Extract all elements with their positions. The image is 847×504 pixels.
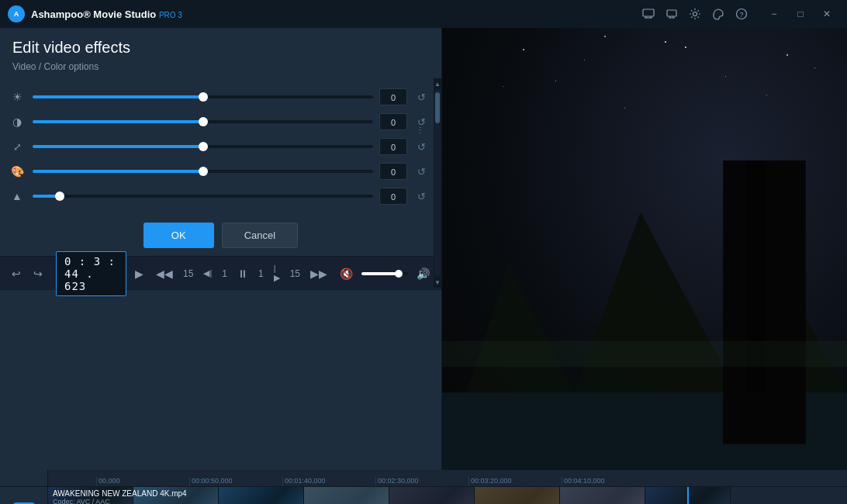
thumb-1 [48, 487, 133, 504]
ruler-mark-5: 00:04:10,000 [562, 477, 655, 486]
dialog-buttons: OK Cancel [0, 215, 441, 256]
thumb-7 [560, 487, 645, 504]
monitor-icon[interactable] [642, 8, 655, 20]
scroll-track[interactable] [434, 89, 441, 277]
thumb-4 [304, 487, 389, 504]
step-count-1: 15 [182, 268, 195, 279]
timecode-display[interactable]: 0 : 3 : 44 . 623 [56, 251, 126, 296]
black-track[interactable] [33, 195, 373, 198]
brightness-reset[interactable]: ↺ [413, 89, 429, 105]
video-preview-panel [442, 28, 847, 470]
saturation-value[interactable]: 0 [379, 163, 407, 180]
app-title: Ashampoo® Movie Studio PRO 3 [31, 9, 642, 20]
black-value[interactable]: 0 [379, 188, 407, 205]
step-back-button[interactable]: ◀| [199, 265, 216, 281]
panel-title: Edit video effects [12, 39, 429, 57]
volume-icon[interactable]: 🔇 [336, 264, 357, 283]
thumb-5 [389, 487, 475, 504]
frame-count-2: 1 [257, 268, 265, 279]
panel-header: Edit video effects Video / Color options [0, 28, 441, 78]
video-track-label[interactable] [0, 487, 47, 504]
more-options-dots[interactable]: ⋮ [416, 125, 424, 136]
volume-max-icon[interactable]: 🔊 [413, 264, 434, 283]
contrast-track[interactable] [33, 120, 373, 123]
play-button[interactable]: ▶ [131, 264, 147, 283]
scroll-up-button[interactable]: ▲ [434, 78, 441, 89]
window-controls: ? − □ ✕ [642, 3, 839, 25]
contrast-slider-row: ◑ 0 ↺ [8, 109, 429, 134]
svg-rect-13 [442, 341, 847, 367]
ok-button[interactable]: OK [143, 223, 214, 248]
sharpness-icon: ⤢ [8, 141, 26, 153]
sliders-area: ☀ 0 ↺ ◑ 0 ↺ ⤢ [0, 78, 441, 215]
svg-text:?: ? [739, 11, 743, 19]
brightness-icon: ☀ [8, 91, 26, 103]
black-reset[interactable]: ↺ [413, 188, 429, 204]
brightness-value[interactable]: 0 [379, 88, 407, 105]
video-preview [442, 28, 847, 470]
timeline-ruler: 00,000 00:00:50,000 00:01:40,000 00:02:3… [0, 470, 847, 487]
brightness-track[interactable] [33, 95, 373, 98]
black-slider-row: ▲ 0 ↺ [8, 184, 429, 209]
sharpness-reset[interactable]: ↺ [413, 139, 429, 154]
track-content: AWAKENING NEW ZEALAND 4K.mp4 Codec: AVC … [48, 487, 847, 504]
thumb-2 [133, 487, 219, 504]
undo-button[interactable]: ↩ [8, 264, 25, 283]
ruler-mark-2: 00:01:40,000 [282, 477, 375, 486]
gear-icon[interactable] [689, 8, 701, 20]
black-icon: ▲ [8, 190, 26, 202]
playhead[interactable] [687, 487, 689, 504]
volume-slider[interactable] [361, 272, 408, 275]
mountain-silhouette [442, 161, 847, 470]
track-labels: fx [0, 487, 48, 504]
frame-count-1: 1 [220, 268, 229, 279]
fast-fwd-button[interactable]: ▶▶ [306, 264, 331, 283]
thumb-3 [219, 487, 304, 504]
step-count-2: 15 [289, 268, 302, 279]
saturation-track[interactable] [33, 170, 373, 173]
sharpness-slider-row: ⤢ 0 ↺ [8, 134, 429, 159]
svg-rect-0 [643, 9, 654, 16]
svg-rect-4 [667, 10, 676, 16]
ruler-mark-3: 00:02:30,000 [375, 477, 468, 486]
pause-button[interactable]: ⏸ [233, 264, 252, 283]
screen-icon[interactable] [666, 8, 678, 20]
step-fwd-button[interactable]: |▶ [270, 261, 284, 286]
ruler-mark-4: 00:03:20,000 [468, 477, 562, 486]
video-track[interactable]: AWAKENING NEW ZEALAND 4K.mp4 Codec: AVC … [48, 487, 847, 504]
app-logo: A [8, 5, 25, 22]
contrast-value[interactable]: 0 [379, 113, 407, 130]
close-button[interactable]: ✕ [814, 3, 839, 25]
help-icon[interactable]: ? [735, 8, 748, 20]
palette-icon[interactable] [712, 8, 724, 20]
saturation-reset[interactable]: ↺ [413, 164, 429, 179]
brightness-slider-row: ☀ 0 ↺ [8, 85, 429, 109]
ruler-mark-0: 00,000 [96, 477, 189, 486]
scroll-thumb[interactable] [435, 92, 440, 123]
thumb-6 [475, 487, 560, 504]
redo-button[interactable]: ↪ [29, 264, 47, 283]
ruler-marks: 00,000 00:00:50,000 00:01:40,000 00:02:3… [48, 477, 655, 486]
sharpness-value[interactable]: 0 [379, 138, 407, 155]
thumbnail-strip [48, 487, 731, 504]
tracks-area: fx AWAKENING NEW ZEALAND 4K.mp4 Codec: [0, 487, 847, 504]
panel-subtitle: Video / Color options [12, 61, 429, 72]
svg-point-5 [693, 12, 697, 16]
minimize-button[interactable]: − [762, 3, 786, 25]
titlebar: A Ashampoo® Movie Studio PRO 3 ? − □ ✕ [0, 0, 847, 28]
saturation-slider-row: 🎨 0 ↺ [8, 159, 429, 184]
sliders-scrollbar[interactable]: ▲ ▼ [434, 78, 441, 288]
sharpness-track[interactable] [33, 145, 373, 148]
cancel-button[interactable]: Cancel [222, 223, 298, 248]
scroll-down-button[interactable]: ▼ [434, 277, 441, 288]
ruler-mark-1: 00:00:50,000 [189, 477, 282, 486]
main-area: Edit video effects Video / Color options… [0, 28, 847, 470]
maximize-button[interactable]: □ [788, 3, 813, 25]
rewind-button[interactable]: ◀◀ [152, 264, 177, 283]
timeline: 00,000 00:00:50,000 00:01:40,000 00:02:3… [0, 470, 847, 504]
playback-bar: ↩ ↪ 0 : 3 : 44 . 623 ▶ ◀◀ 15 ◀| 1 ⏸ 1 |▶… [0, 256, 441, 290]
toolbar-icons: ? [642, 3, 748, 25]
contrast-icon: ◑ [8, 116, 26, 128]
saturation-icon: 🎨 [8, 165, 26, 178]
effects-panel: Edit video effects Video / Color options… [0, 28, 442, 470]
